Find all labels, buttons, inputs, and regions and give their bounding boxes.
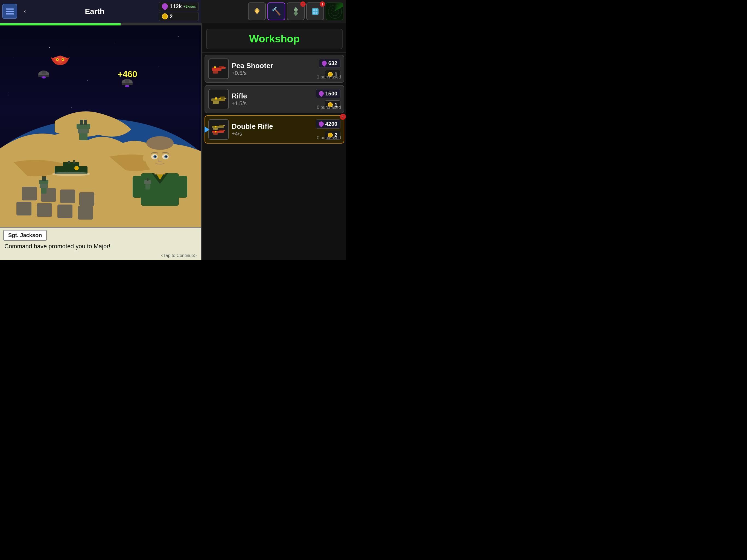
- pea-shooter-science-value: 632: [328, 60, 337, 67]
- svg-point-16: [125, 85, 129, 87]
- svg-rect-39: [79, 192, 94, 206]
- svg-rect-70: [222, 67, 226, 69]
- svg-rect-41: [37, 203, 52, 217]
- workshop-title-bar: Workshop: [202, 25, 346, 53]
- hammer-icon: 🔨: [272, 7, 281, 16]
- radar-display: [326, 2, 343, 20]
- svg-rect-25: [42, 176, 44, 181]
- double-rifle-icon: [210, 123, 227, 136]
- svg-rect-75: [224, 98, 226, 99]
- svg-rect-57: [178, 176, 187, 198]
- sci-icon-3: [318, 120, 325, 127]
- science-rate: +2k/sec: [183, 4, 196, 8]
- workshop-title-inner: Workshop: [206, 29, 343, 49]
- svg-rect-21: [84, 120, 87, 125]
- svg-rect-83: [219, 130, 223, 131]
- upgrades-icon: [290, 6, 301, 17]
- svg-rect-56: [133, 176, 142, 198]
- progress-bar-fill: [0, 23, 121, 25]
- pea-shooter-purchased: 1 purchased: [317, 75, 341, 80]
- science-resource: 112k +2k/sec: [159, 2, 199, 11]
- resources-display: 112k +2k/sec 2: [159, 2, 199, 21]
- rifle-name: Rifle: [232, 92, 313, 100]
- pea-shooter-science-cost: 632: [319, 59, 340, 68]
- svg-point-53: [165, 156, 167, 157]
- svg-point-32: [74, 166, 79, 170]
- coin-icon: [162, 14, 168, 19]
- svg-rect-69: [213, 71, 218, 74]
- double-rifle-name: Double Rifle: [232, 122, 313, 131]
- svg-marker-61: [294, 10, 298, 16]
- enemy-ship-1: [35, 67, 52, 81]
- game-world[interactable]: +460: [0, 25, 201, 233]
- shop-item-double-rifle[interactable]: Double Rifle +4/s 4200 2 0 purchased !: [205, 116, 344, 144]
- coins-value: 2: [170, 14, 173, 20]
- nav-workshop-button[interactable]: 🔨: [267, 2, 285, 20]
- svg-rect-14: [125, 79, 129, 82]
- pea-shooter-rate: +0.5/s: [232, 70, 316, 76]
- double-rifle-science-cost: 4200: [316, 120, 341, 128]
- double-rifle-info: Double Rifle +4/s: [232, 122, 313, 137]
- svg-rect-15: [122, 83, 133, 85]
- menu-button[interactable]: [2, 4, 17, 19]
- boat: [49, 159, 93, 177]
- rifle-icon: [210, 93, 227, 106]
- svg-rect-85: [223, 130, 225, 131]
- nav-upgrades-button[interactable]: !: [287, 2, 305, 20]
- svg-rect-10: [42, 71, 46, 74]
- rifle-icon-box: [208, 89, 229, 109]
- tap-continue-label[interactable]: <Tap to Continue>: [0, 252, 201, 260]
- shop-item-rifle[interactable]: Rifle +1.5/s 1500 1 0 purchased: [205, 85, 344, 113]
- sci-icon: [321, 59, 328, 67]
- svg-rect-38: [60, 189, 75, 203]
- active-item-indicator: [205, 126, 209, 133]
- svg-point-87: [215, 131, 216, 132]
- svg-point-7: [57, 59, 58, 60]
- nav-inventory-button[interactable]: !: [306, 2, 324, 20]
- svg-rect-63: [313, 9, 315, 11]
- double-rifle-science-value: 4200: [325, 121, 338, 127]
- character-portrait: [130, 119, 190, 206]
- ground-pads: [8, 137, 145, 220]
- radar-circle-center: [334, 10, 336, 13]
- shop-item-list: Pea Shooter +0.5/s 632 1 1 purchased: [202, 52, 346, 146]
- svg-rect-40: [17, 202, 31, 215]
- science-icon: [161, 2, 169, 10]
- upgrades-badge: !: [300, 1, 306, 7]
- svg-rect-42: [57, 205, 73, 218]
- nav-rank-button[interactable]: [248, 2, 266, 20]
- turret-1: [74, 119, 93, 144]
- svg-rect-26: [44, 176, 46, 181]
- svg-point-12: [42, 76, 46, 78]
- svg-rect-20: [80, 120, 83, 125]
- svg-point-47: [146, 136, 174, 150]
- dialog-speaker: Sgt. Jackson: [3, 230, 47, 240]
- inventory-icon: [310, 6, 320, 17]
- pea-shooter-info: Pea Shooter +0.5/s: [232, 61, 316, 76]
- double-rifle-notification: !: [340, 114, 346, 120]
- game-panel: ‹ Earth 112k +2k/sec 2 +460: [0, 0, 201, 260]
- back-button[interactable]: ‹: [19, 4, 30, 19]
- inventory-badge: !: [319, 1, 325, 7]
- svg-rect-81: [223, 125, 225, 126]
- svg-rect-30: [73, 160, 75, 163]
- svg-rect-35: [147, 178, 149, 181]
- svg-rect-66: [315, 12, 317, 14]
- workshop-title: Workshop: [249, 33, 300, 45]
- dialog-box[interactable]: Sgt. Jackson Command have promoted you t…: [0, 227, 201, 260]
- turret-2: [37, 176, 51, 196]
- svg-rect-80: [213, 128, 217, 130]
- coins-resource: 2: [159, 12, 199, 21]
- svg-rect-36: [22, 187, 37, 200]
- svg-rect-43: [78, 206, 93, 220]
- pea-shooter-icon: [210, 62, 227, 76]
- shop-item-pea-shooter[interactable]: Pea Shooter +0.5/s 632 1 1 purchased: [205, 55, 344, 83]
- svg-rect-64: [315, 9, 317, 11]
- svg-rect-19: [77, 124, 90, 129]
- svg-rect-65: [313, 12, 315, 14]
- svg-point-76: [215, 97, 217, 100]
- svg-rect-84: [213, 133, 217, 134]
- svg-point-52: [154, 156, 156, 157]
- rifle-info: Rifle +1.5/s: [232, 92, 313, 107]
- nav-icons-bar: 🔨 ! !: [201, 0, 346, 23]
